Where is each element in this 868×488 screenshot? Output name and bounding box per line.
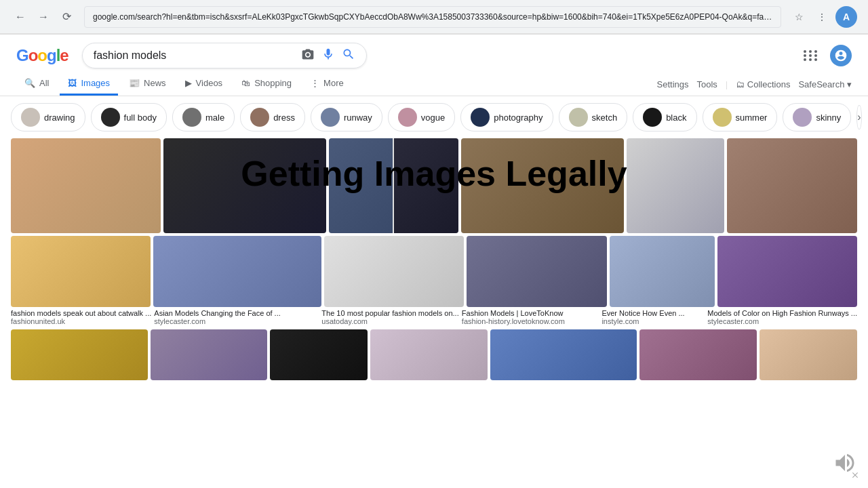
more-dots-icon: ⋮ — [311, 78, 319, 88]
google-account-avatar[interactable] — [830, 45, 852, 66]
result-image-3[interactable] — [324, 236, 464, 307]
volume-x-icon — [850, 470, 860, 480]
filter-dress[interactable]: dress — [240, 103, 305, 131]
all-icon: 🔍 — [24, 78, 35, 88]
filter-full-body-thumb — [101, 108, 120, 127]
tab-videos-label: Videos — [196, 78, 223, 88]
result-image-1[interactable] — [11, 236, 151, 307]
result-image-6[interactable] — [717, 236, 857, 307]
filter-runway[interactable]: runway — [311, 103, 382, 131]
caption-3-text: The 10 most popular fashion models on... — [321, 309, 459, 317]
result-image-4[interactable] — [467, 236, 606, 307]
profile-avatar[interactable]: A — [835, 6, 857, 28]
filter-skinny-thumb — [793, 108, 812, 127]
caption-5: Ever Notice How Even ... instyle.com — [601, 309, 705, 325]
filter-sketch[interactable]: sketch — [559, 103, 628, 131]
overlay-heading: Getting Images Legally — [0, 153, 868, 194]
caption-2: Asian Models Changing the Face of ... st… — [154, 309, 319, 325]
search-box[interactable] — [82, 43, 367, 68]
address-bar[interactable]: google.com/search?hl=en&tbm=isch&sxsrf=A… — [84, 6, 781, 28]
filter-drawing[interactable]: drawing — [11, 103, 85, 131]
apps-button[interactable] — [800, 45, 822, 66]
filter-male-label: male — [205, 113, 224, 123]
result-image-11[interactable] — [490, 329, 637, 380]
tab-shopping[interactable]: 🛍 Shopping — [233, 73, 300, 96]
tab-all-label: All — [39, 78, 49, 88]
filter-vogue-thumb — [398, 108, 417, 127]
caption-2-text: Asian Models Changing the Face of ... — [154, 309, 319, 317]
tab-news[interactable]: 📰 News — [121, 73, 174, 96]
caption-3-source: usatoday.com — [321, 317, 459, 325]
caption-4: Fashion Models | LoveToKnow fashion-hist… — [462, 309, 599, 325]
google-header: Google — [0, 35, 868, 68]
bookmark-button[interactable]: ☆ — [789, 7, 808, 26]
filter-full-body[interactable]: full body — [91, 103, 167, 131]
search-submit-button[interactable] — [342, 47, 355, 64]
images-icon: 🖼 — [68, 78, 77, 88]
videos-icon: ▶ — [185, 78, 192, 88]
google-logo[interactable]: Google — [16, 46, 68, 65]
extensions-button[interactable]: ⋮ — [812, 7, 831, 26]
tab-more[interactable]: ⋮ More — [302, 73, 352, 96]
caption-2-source: stylecaster.com — [154, 317, 319, 325]
filter-summer-thumb — [713, 108, 732, 127]
tab-videos[interactable]: ▶ Videos — [177, 73, 231, 96]
camera-search-button[interactable] — [301, 47, 315, 64]
search-icons — [301, 47, 355, 64]
shopping-icon: 🛍 — [241, 78, 250, 88]
filter-full-body-label: full body — [124, 113, 157, 123]
volume-control[interactable] — [833, 451, 857, 477]
filter-photography-label: photography — [494, 113, 542, 123]
safesearch-link[interactable]: SafeSearch ▾ — [798, 79, 852, 89]
tab-shopping-label: Shopping — [254, 78, 292, 88]
tab-more-label: More — [323, 78, 344, 88]
tools-link[interactable]: Tools — [697, 79, 717, 89]
tab-all[interactable]: 🔍 All — [16, 73, 57, 96]
result-image-8[interactable] — [151, 329, 268, 380]
filter-dress-thumb — [250, 108, 269, 127]
result-image-12[interactable] — [639, 329, 757, 380]
result-image-13[interactable] — [760, 329, 857, 380]
filter-photography-thumb — [471, 108, 490, 127]
captions-row: fashion models speak out about catwalk .… — [0, 307, 868, 329]
browser-nav-buttons: ← → ⟳ — [11, 7, 76, 26]
result-image-7[interactable] — [11, 329, 148, 380]
filter-drawing-thumb — [21, 108, 40, 127]
forward-button[interactable]: → — [34, 7, 53, 26]
settings-link[interactable]: Settings — [657, 79, 689, 89]
filter-summer-label: summer — [736, 113, 768, 123]
filters-next-button[interactable]: › — [856, 105, 861, 129]
news-icon: 📰 — [129, 78, 140, 88]
filter-black-thumb — [643, 108, 662, 127]
filter-summer[interactable]: summer — [703, 103, 778, 131]
filter-vogue-label: vogue — [421, 113, 445, 123]
nav-tabs: 🔍 All 🖼 Images 📰 News ▶ Videos 🛍 Shoppin… — [0, 68, 868, 96]
filter-black-label: black — [666, 113, 686, 123]
second-images-section — [0, 233, 868, 307]
top-images-section: Getting Images Legally — [0, 138, 868, 233]
filter-black[interactable]: black — [633, 103, 696, 131]
result-image-2[interactable] — [153, 236, 321, 307]
filter-runway-thumb — [321, 108, 340, 127]
filter-vogue[interactable]: vogue — [388, 103, 455, 131]
collections-link[interactable]: 🗂 Collections — [736, 79, 790, 89]
address-text: google.com/search?hl=en&tbm=isch&sxsrf=A… — [93, 12, 772, 22]
filter-skinny[interactable]: skinny — [783, 103, 851, 131]
filter-photography[interactable]: photography — [460, 103, 553, 131]
overlay-text-container: Getting Images Legally — [0, 153, 868, 194]
back-button[interactable]: ← — [11, 7, 30, 26]
filter-male-thumb — [182, 108, 201, 127]
caption-3: The 10 most popular fashion models on...… — [321, 309, 459, 325]
tab-images-label: Images — [81, 78, 110, 88]
caption-6-text: Models of Color on High Fashion Runways … — [707, 309, 857, 317]
filters-row: drawing full body male dress runway vogu… — [0, 96, 868, 138]
filter-male[interactable]: male — [172, 103, 235, 131]
tab-images[interactable]: 🖼 Images — [60, 73, 118, 96]
result-image-5[interactable] — [610, 236, 715, 307]
reload-button[interactable]: ⟳ — [57, 7, 76, 26]
search-input[interactable] — [94, 49, 296, 62]
result-image-9[interactable] — [270, 329, 368, 380]
browser-action-icons: ☆ ⋮ A — [789, 6, 857, 28]
voice-search-button[interactable] — [321, 47, 335, 64]
result-image-10[interactable] — [370, 329, 488, 380]
